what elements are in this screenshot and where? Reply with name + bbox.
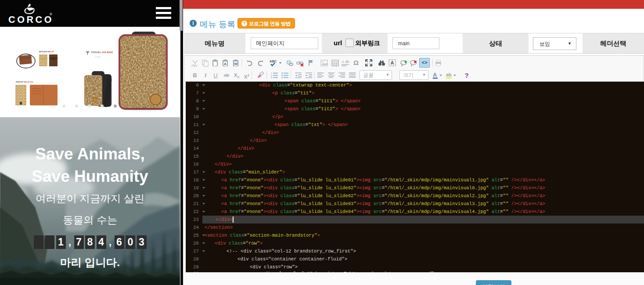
svg-text:A: A: [342, 60, 344, 64]
svg-text:A: A: [390, 60, 394, 65]
svg-text:ab: ab: [446, 72, 452, 77]
svg-text:ABC: ABC: [270, 59, 277, 63]
svg-text:3: 3: [271, 76, 272, 79]
svg-text:W: W: [234, 62, 237, 66]
svg-text:A: A: [433, 72, 437, 78]
svg-text:A: A: [224, 62, 227, 66]
